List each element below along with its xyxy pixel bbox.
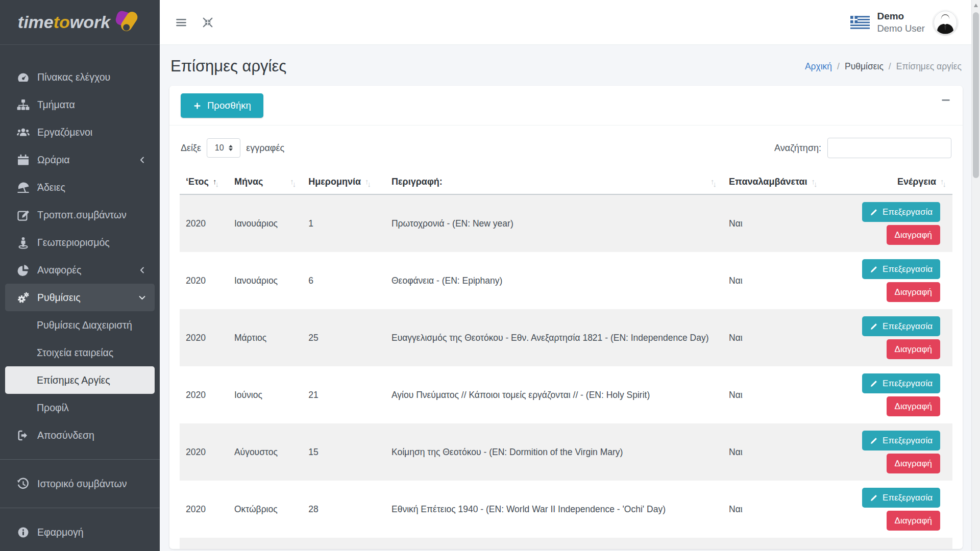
info-icon xyxy=(15,526,31,539)
delete-button[interactable]: Διαγραφή xyxy=(887,339,940,359)
cell-description: Κοίμηση της Θεοτόκου - (EN: Dormition of… xyxy=(385,423,723,481)
card-header: Προσθήκη xyxy=(169,86,963,126)
page-length-control: Δείξε 10 εγγραφές xyxy=(181,138,284,158)
delete-button[interactable]: Διαγραφή xyxy=(887,454,940,473)
sidebar-item-label: Στοιχεία εταιρείας xyxy=(37,347,113,359)
edit-button[interactable]: Επεξεργασία xyxy=(862,431,940,450)
user-menu[interactable]: Demo Demo User xyxy=(877,10,925,34)
breadcrumb-official-holidays: Επίσημες αργίες xyxy=(896,61,962,72)
cell-day: 25 xyxy=(302,309,385,366)
cell-actions: ΕπεξεργασίαΔιαγραφή xyxy=(856,481,952,538)
app-window: timetowork Πίνακας ελέγχουΤμήματαΕργαζόμ… xyxy=(0,0,980,551)
column-header-month[interactable]: Μήνας↑↓ xyxy=(228,171,302,194)
sidebar-item-settings[interactable]: Ρυθμίσεις xyxy=(5,284,155,311)
card-body: Δείξε 10 εγγραφές Αναζήτηση: xyxy=(169,126,963,549)
cell-day: 28 xyxy=(302,481,385,538)
column-header-year[interactable]: ‘Ετος↑↓ xyxy=(180,171,228,194)
sidebar-item-event-modifications[interactable]: Τροποπ.συμβάντων xyxy=(5,201,155,229)
plus-icon xyxy=(193,102,202,110)
scrollbar-thumb[interactable] xyxy=(973,12,979,178)
cell-year: 2020 xyxy=(180,252,228,309)
sort-arrows-icon: ↑↓ xyxy=(940,178,946,186)
search-label: Αναζήτηση: xyxy=(774,143,821,154)
breadcrumb-separator: / xyxy=(889,61,891,72)
delete-button[interactable]: Διαγραφή xyxy=(887,396,940,416)
sidebar-item-profile[interactable]: Προφίλ xyxy=(5,394,155,421)
cell-month: Οκτώβριος xyxy=(228,481,302,538)
sidebar-item-label: Τμήματα xyxy=(37,99,75,111)
sidebar-toggle-hamburger-icon[interactable] xyxy=(175,16,187,29)
sort-arrows-icon: ↑↓ xyxy=(290,178,296,186)
pencil-icon xyxy=(870,322,878,331)
page-size-select[interactable]: 10 xyxy=(207,138,240,158)
holiday-row: 2020Αύγουστος15Κοίμηση της Θεοτόκου - (E… xyxy=(180,423,952,481)
sidebar-item-schedules[interactable]: Ωράρια xyxy=(5,146,155,173)
delete-button[interactable]: Διαγραφή xyxy=(887,511,940,531)
delete-button[interactable]: Διαγραφή xyxy=(887,225,940,245)
street-view-icon xyxy=(15,236,31,249)
sidebar-item-label: Επίσημες Αργίες xyxy=(37,374,110,386)
history-icon xyxy=(15,478,31,490)
sidebar-item-reports[interactable]: Αναφορές xyxy=(5,256,155,284)
avatar[interactable] xyxy=(933,10,958,35)
compress-fullscreen-icon[interactable] xyxy=(202,16,214,29)
column-label: Επαναλαμβάνεται xyxy=(729,177,807,187)
sort-arrows-icon: ↑↓ xyxy=(213,178,219,186)
table-controls: Δείξε 10 εγγραφές Αναζήτηση: xyxy=(181,138,951,158)
page-scrollbar[interactable] xyxy=(971,0,980,551)
edit-button-label: Επεξεργασία xyxy=(883,379,933,389)
edit-button[interactable]: Επεξεργασία xyxy=(862,316,940,336)
sidebar-item-departments[interactable]: Τμήματα xyxy=(5,91,155,118)
sidebar-item-leaves[interactable]: Άδειες xyxy=(5,173,155,201)
sidebar-item-official-holidays[interactable]: Επίσημες Αργίες xyxy=(5,366,155,394)
cell-year: 2020 xyxy=(180,423,228,481)
sidebar-menu: Πίνακας ελέγχουΤμήματαΕργαζόμενοιΩράριαΆ… xyxy=(0,45,160,551)
pencil-icon xyxy=(870,494,878,502)
cell-month: Μάρτιος xyxy=(228,309,302,366)
holiday-row: 2020Οκτώβριος28Εθνική Επέτειος 1940 - (E… xyxy=(180,481,952,538)
sort-arrows-icon: ↑↓ xyxy=(812,178,818,186)
sidebar-item-admin-settings[interactable]: Ρυθμίσεις Διαχειριστή xyxy=(5,311,155,339)
sidebar-item-label: Γεωπεριορισμός xyxy=(37,237,110,248)
cell-repeats: Ναι xyxy=(723,423,856,481)
cell-actions: ΕπεξεργασίαΔιαγραφή xyxy=(856,309,952,366)
column-header-description[interactable]: Περιγραφή:↑↓ xyxy=(385,171,723,194)
edit-button[interactable]: Επεξεργασία xyxy=(862,259,940,279)
delete-button[interactable]: Διαγραφή xyxy=(887,282,940,302)
column-header-repeats[interactable]: Επαναλαμβάνεται↑↓ xyxy=(723,171,856,194)
edit-button[interactable]: Επεξεργασία xyxy=(862,488,940,508)
edit-button[interactable]: Επεξεργασία xyxy=(862,202,940,222)
greek-flag-icon[interactable] xyxy=(850,16,870,29)
sidebar-item-employees[interactable]: Εργαζόμενοι xyxy=(5,118,155,146)
brand-logo[interactable]: timetowork xyxy=(0,0,160,45)
chevron-left-icon xyxy=(138,156,146,164)
table-header-row: ‘Ετος↑↓Μήνας↑↓Ημερομηνία↑↓Περιγραφή:↑↓Επ… xyxy=(180,171,952,194)
holiday-row: 2020Μάρτιος25Ευαγγελισμός της Θεοτόκου -… xyxy=(180,309,952,366)
sidebar-divider xyxy=(0,508,160,508)
column-header-date[interactable]: Ημερομηνία↑↓ xyxy=(302,171,385,194)
select-arrows-icon xyxy=(229,145,233,151)
collapse-card-minus-icon[interactable] xyxy=(940,93,951,106)
edit-button[interactable]: Επεξεργασία xyxy=(862,373,940,393)
breadcrumb-home[interactable]: Αρχική xyxy=(805,61,832,72)
search-input[interactable] xyxy=(827,138,951,158)
sidebar-item-company-info[interactable]: Στοιχεία εταιρείας xyxy=(5,339,155,366)
sidebar-item-logout[interactable]: Αποσύνδεση xyxy=(5,421,155,449)
cell-repeats: Ναι xyxy=(723,194,856,252)
add-holiday-button[interactable]: Προσθήκη xyxy=(181,93,263,118)
scrollbar-up-arrow-icon[interactable] xyxy=(974,4,978,7)
sidebar-item-application[interactable]: Εφαρμογή xyxy=(5,518,155,546)
cell-actions: ΕπεξεργασίαΔιαγραφή xyxy=(856,252,952,309)
user-name: Demo xyxy=(877,10,925,22)
sidebar-item-geofencing[interactable]: Γεωπεριορισμός xyxy=(5,229,155,256)
sidebar-item-dashboard[interactable]: Πίνακας ελέγχου xyxy=(5,63,155,91)
cell-day: 1 xyxy=(302,194,385,252)
chevron-left-icon xyxy=(138,266,146,274)
column-header-action[interactable]: Ενέργεια↑↓ xyxy=(856,171,952,194)
sidebar-item-event-history[interactable]: Ιστορικό συμβάντων xyxy=(5,470,155,497)
edit-icon xyxy=(15,209,31,221)
sidebar-item-label: Τροποπ.συμβάντων xyxy=(37,209,127,221)
page-head: Επίσημες αργίες Αρχική/Ρυθμίσεις/Επίσημε… xyxy=(169,45,963,86)
column-label: ‘Ετος xyxy=(186,177,209,187)
breadcrumb-settings: Ρυθμίσεις xyxy=(845,61,884,72)
